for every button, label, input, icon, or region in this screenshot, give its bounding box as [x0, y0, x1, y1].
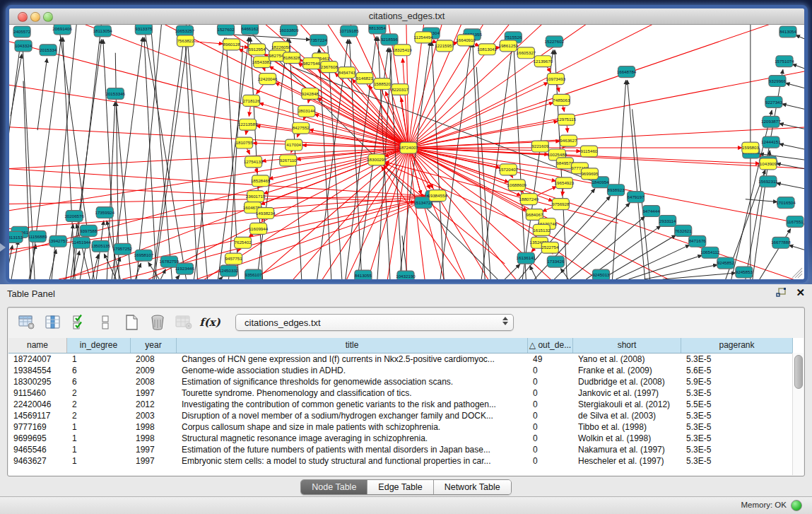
graph-edge: [796, 35, 804, 39]
table-cell: 2: [67, 410, 131, 421]
panel-collapse-arrow-icon[interactable]: [0, 243, 6, 252]
table-row[interactable]: 911546021997Tourette syndrome. Phenomeno…: [8, 387, 804, 399]
graph-node-label: 7485063: [553, 98, 570, 103]
column-header-title[interactable]: title: [177, 338, 528, 353]
graph-node-label: 23601715: [246, 194, 266, 199]
graph-node-label: 18528465: [251, 178, 271, 183]
graph-edge: [9, 100, 408, 148]
table-row[interactable]: 1830029562008Estimation of significance …: [8, 376, 804, 387]
table-cell: Estimation of the future numbers of pati…: [177, 444, 528, 455]
table-panel: Table Panel ✕: [0, 284, 812, 514]
create-column-icon[interactable]: [122, 313, 141, 332]
graph-node-label: 8413055: [355, 273, 372, 278]
column-header-name[interactable]: name: [8, 338, 67, 353]
tab-edge-table[interactable]: Edge Table: [367, 480, 433, 494]
table-cell: 5.5E-5: [681, 399, 793, 410]
graph-edge: [792, 64, 804, 69]
table-scrollbar[interactable]: [792, 353, 804, 475]
table-cell: 5.6E-5: [681, 365, 793, 376]
function-builder-icon[interactable]: f(x): [201, 313, 219, 332]
table-row[interactable]: 969969511998Structural magnetic resonanc…: [8, 433, 804, 444]
table-cell: 1: [67, 421, 131, 433]
delete-column-icon[interactable]: [148, 313, 167, 332]
table-row[interactable]: 1938455462009Genome-wide association stu…: [8, 365, 804, 376]
graph-node-label: 11609944: [249, 226, 269, 231]
table-cell: Stergiakouli et al. (2012): [573, 399, 681, 410]
network-window-titlebar[interactable]: citations_edges.txt: [9, 8, 804, 25]
deselect-all-icon[interactable]: [96, 313, 114, 332]
column-header-in_degree[interactable]: in_degree: [67, 338, 131, 353]
graph-node-label: 16033809: [279, 28, 299, 33]
graph-edge: [9, 40, 21, 279]
table-cell: 5.3E-5: [681, 354, 793, 365]
graph-node-label: 9313153: [9, 235, 23, 240]
graph-edge: [789, 245, 804, 250]
graph-node-label: 13505135: [90, 243, 110, 248]
table-cell: 0: [528, 387, 573, 399]
column-header-short[interactable]: short: [573, 338, 681, 353]
tab-node-table[interactable]: Node Table: [301, 480, 367, 494]
graph-node-label: 12093877: [761, 119, 781, 124]
table-row[interactable]: 2242004622012Investigating the contribut…: [8, 399, 804, 410]
graph-node-label: 19861253: [498, 43, 518, 48]
table-row[interactable]: 946554611997Estimation of the future num…: [8, 444, 804, 455]
graph-node-label: 10813041: [477, 47, 497, 52]
graph-node-label: 11923446: [175, 266, 195, 271]
graph-node-label: 7625402: [235, 240, 252, 245]
column-header-year[interactable]: year: [131, 338, 177, 353]
graph-node-label: 11156889: [28, 234, 47, 239]
graph-edge: [645, 264, 717, 279]
graph-edge: [530, 266, 537, 279]
network-graph[interactable]: 2405572206914061811305493133751065325715…: [9, 25, 804, 279]
column-header-out_de[interactable]: △ out_de...: [528, 338, 573, 353]
graph-edge: [9, 148, 408, 196]
graph-node-label: 19384554: [428, 193, 447, 198]
column-header-pagerank[interactable]: pagerank: [681, 338, 793, 353]
graph-node-label: 9115460: [581, 148, 598, 153]
table-cell: 5.3E-5: [681, 433, 793, 444]
table-header-row: namein_degreeyeartitle△ out_de...shortpa…: [8, 338, 804, 354]
graph-node-label: 9146821: [356, 76, 374, 81]
graph-node-label: 8186328: [283, 55, 301, 60]
table-cell: 0: [528, 421, 573, 433]
table-cell: 9465546: [8, 444, 67, 455]
memory-status-indicator: [791, 500, 802, 511]
split-grip[interactable]: [400, 279, 407, 283]
table-selector-dropdown[interactable]: citations_edges.txt: [235, 314, 514, 331]
graph-node-label: 9267110: [280, 158, 297, 163]
tab-network-table[interactable]: Network Table: [434, 480, 511, 494]
graph-node-label: 18113054: [93, 28, 113, 33]
resize-grip-icon[interactable]: [792, 268, 802, 278]
table-cell: Tourette syndrome. Phenomenology and cla…: [177, 387, 528, 399]
graph-node-label: 9756928: [552, 201, 570, 206]
float-panel-icon[interactable]: [776, 288, 787, 298]
graph-node-label: 8220317: [392, 87, 409, 92]
table-cell: 1: [67, 455, 131, 467]
graph-node-label: 6479197: [628, 194, 645, 199]
table-cell: 1997: [131, 387, 177, 399]
graph-node-label: 9463627: [560, 138, 577, 143]
attribute-table: namein_degreeyeartitle△ out_de...shortpa…: [8, 338, 804, 475]
table-settings-icon[interactable]: [18, 313, 36, 332]
graph-edge: [554, 203, 630, 279]
close-panel-icon[interactable]: ✕: [796, 288, 805, 298]
table-row[interactable]: 977716911998Corpus callosum shape and si…: [8, 421, 804, 433]
graph-node-label: 1588520: [374, 81, 392, 86]
graph-edge: [9, 185, 415, 202]
delete-table-icon[interactable]: [175, 313, 193, 332]
table-row[interactable]: 946362711997Embryonic stem cells: a mode…: [8, 455, 804, 467]
table-row[interactable]: 1872400712008Changes of HCN gene express…: [8, 354, 804, 365]
network-view[interactable]: 2405572206914061811305493133751065325715…: [9, 25, 804, 279]
graph-node-label: 16136141: [517, 255, 536, 260]
graph-edge: [112, 37, 143, 279]
graph-node-label: 10973493: [546, 76, 566, 81]
graph-node-label: 7563822: [177, 38, 194, 43]
network-window[interactable]: citations_edges.txt 24055722069140618113…: [6, 5, 808, 283]
select-all-icon[interactable]: [70, 313, 88, 332]
table-cell: 2: [67, 399, 131, 410]
column-visibility-icon[interactable]: [44, 313, 62, 332]
table-cell: 14569117: [8, 410, 67, 421]
scrollbar-thumb[interactable]: [794, 355, 803, 389]
graph-edge: [408, 103, 553, 148]
table-row[interactable]: 1456911722003Disruption of a novel membe…: [8, 410, 804, 421]
